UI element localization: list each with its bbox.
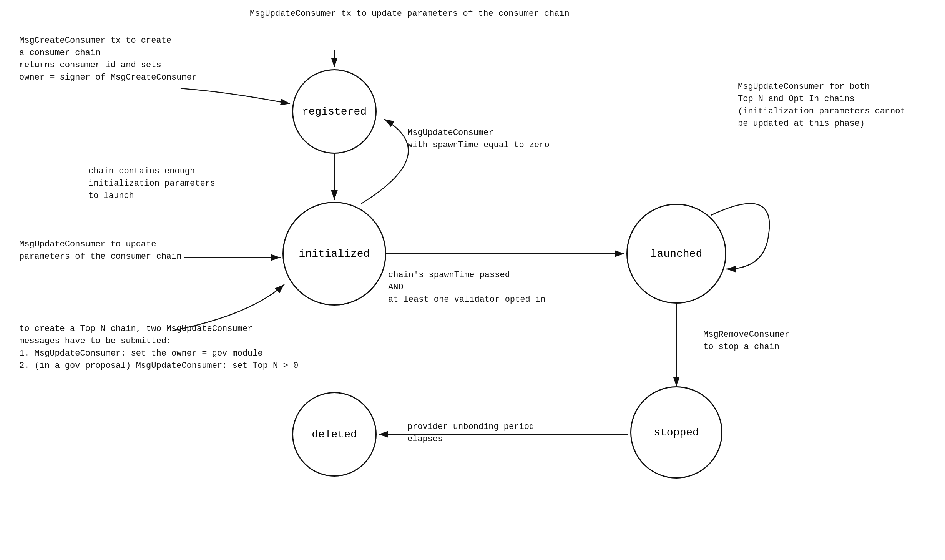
annotation-spawntime-zero: MsgUpdateConsumerwith spawnTime equal to…: [407, 127, 550, 151]
state-initialized: initialized: [282, 202, 386, 306]
state-registered-label: registered: [302, 106, 367, 118]
state-launched-label: launched: [651, 248, 702, 260]
annotation-msgupdateconsumer-initialized: MsgUpdateConsumer to updateparameters of…: [19, 238, 181, 263]
annotation-msgupdateconsumer-top: MsgUpdateConsumer tx to update parameter…: [250, 8, 570, 20]
state-stopped-label: stopped: [654, 427, 699, 439]
annotation-msgupdateconsumer-launched: MsgUpdateConsumer for bothTop N and Opt …: [738, 81, 905, 130]
state-stopped: stopped: [630, 386, 722, 479]
annotation-spawntime-passed: chain's spawnTime passedANDat least one …: [388, 269, 545, 306]
state-deleted: deleted: [292, 392, 377, 477]
state-launched: launched: [626, 204, 726, 304]
annotation-msgremoveconsumer: MsgRemoveConsumerto stop a chain: [703, 329, 789, 353]
annotation-provider-unbonding: provider unbonding periodelapses: [407, 421, 534, 445]
diagram-container: registered initialized launched stopped …: [0, 0, 945, 560]
annotation-topn-create: to create a Top N chain, two MsgUpdateCo…: [19, 323, 298, 372]
annotation-chain-init: chain contains enoughinitialization para…: [88, 165, 215, 202]
annotation-msgcreateconsumer: MsgCreateConsumer tx to createa consumer…: [19, 35, 197, 84]
state-registered: registered: [292, 69, 377, 154]
state-deleted-label: deleted: [312, 429, 357, 440]
state-initialized-label: initialized: [299, 248, 370, 260]
